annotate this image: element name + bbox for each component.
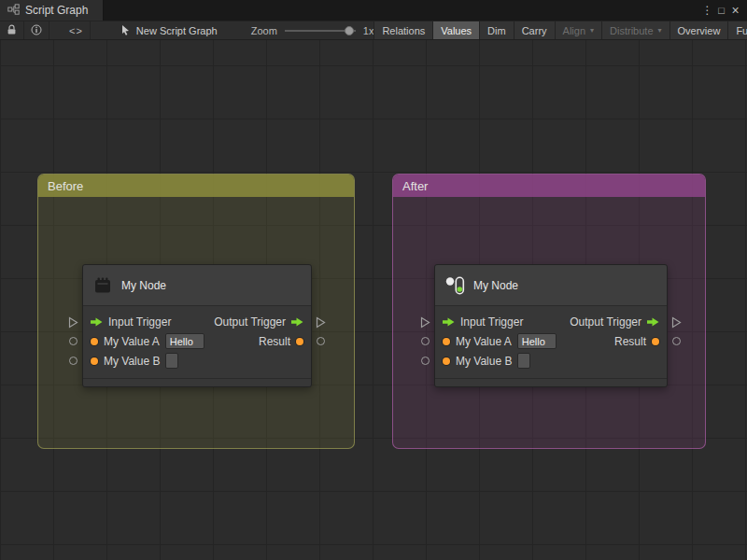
- relations-button[interactable]: Relations: [374, 21, 432, 39]
- value-b-label: My Value B: [104, 355, 160, 368]
- script-graph-icon: [7, 4, 20, 18]
- tab-title: Script Graph: [25, 4, 88, 17]
- value-a-label: My Value A: [456, 335, 512, 348]
- zoom-label: Zoom: [251, 25, 277, 36]
- node-body: Input Trigger Output Trigger My Value A: [83, 306, 311, 378]
- ext-value-b-port[interactable]: [421, 357, 430, 365]
- script-graph-window: Script Graph ⋮ □ ×: [0, 0, 747, 560]
- result-label: Result: [614, 335, 646, 348]
- distribute-button[interactable]: Distribute ▾: [601, 21, 669, 39]
- port-row-value-a: My Value A Result: [435, 331, 667, 351]
- output-trigger-label: Output Trigger: [570, 315, 641, 329]
- node-header[interactable]: My Node: [83, 265, 311, 306]
- node-body: Input Trigger Output Trigger My Value A: [435, 306, 667, 378]
- window-controls: ⋮ □ ×: [700, 0, 747, 21]
- port-row-triggers: Input Trigger Output Trigger: [435, 312, 667, 331]
- ext-input-trigger-port[interactable]: [68, 315, 78, 332]
- output-trigger-label: Output Trigger: [214, 315, 286, 329]
- node-footer: [435, 378, 667, 386]
- value-b-input[interactable]: [517, 353, 530, 369]
- port-row-value-a: My Value A Result: [83, 331, 311, 351]
- output-trigger-port[interactable]: [291, 317, 303, 327]
- value-a-input[interactable]: [517, 333, 557, 349]
- value-a-label: My Value A: [104, 335, 160, 348]
- distribute-label: Distribute: [610, 25, 653, 36]
- ext-output-trigger-port[interactable]: [671, 315, 682, 332]
- zoom-slider[interactable]: [285, 25, 356, 36]
- tab-script-graph[interactable]: Script Graph: [0, 0, 104, 21]
- port-row-value-b: My Value B: [435, 351, 667, 371]
- group-after-header[interactable]: After: [393, 175, 705, 197]
- close-icon[interactable]: ×: [728, 3, 742, 18]
- value-a-port[interactable]: [91, 338, 98, 345]
- result-label: Result: [259, 335, 290, 348]
- code-icon: <>: [69, 25, 83, 36]
- node-title: My Node: [473, 279, 518, 292]
- ext-value-a-port[interactable]: [421, 337, 430, 345]
- zoom-slider-handle[interactable]: [345, 26, 354, 35]
- tab-bar: Script Graph ⋮ □ ×: [0, 0, 747, 21]
- ext-result-port[interactable]: [672, 337, 681, 345]
- machine-node-icon: [92, 275, 113, 296]
- kebab-menu-icon[interactable]: ⋮: [700, 4, 714, 17]
- node-header[interactable]: My Node: [435, 265, 667, 306]
- dim-button[interactable]: Dim: [479, 21, 514, 39]
- result-port[interactable]: [652, 338, 659, 345]
- input-trigger-label: Input Trigger: [460, 315, 523, 329]
- value-b-port[interactable]: [443, 357, 450, 365]
- input-trigger-port[interactable]: [443, 317, 455, 327]
- ext-input-trigger-port[interactable]: [420, 315, 430, 332]
- values-button[interactable]: Values: [432, 21, 479, 39]
- group-after-title: After: [402, 179, 428, 193]
- visual-scripting-node-icon: [444, 275, 465, 296]
- maximize-icon[interactable]: □: [714, 5, 728, 16]
- graph-asset-name: New Script Graph: [136, 25, 218, 36]
- output-trigger-port[interactable]: [647, 317, 659, 327]
- lock-icon: [7, 24, 17, 37]
- carry-button[interactable]: Carry: [514, 21, 555, 39]
- input-trigger-label: Input Trigger: [108, 315, 171, 329]
- zoom-value: 1x: [363, 25, 374, 36]
- ext-output-trigger-port[interactable]: [316, 315, 326, 332]
- node-title: My Node: [121, 279, 166, 292]
- align-button[interactable]: Align ▾: [555, 21, 601, 39]
- toolbar-buttons: Relations Values Dim Carry Align ▾ Distr…: [374, 21, 747, 39]
- port-row-value-b: My Value B: [83, 351, 311, 371]
- node-my-node-before[interactable]: My Node Input Trigger Output Trigger: [82, 264, 312, 387]
- graph-canvas[interactable]: Before After My Node: [0, 40, 747, 560]
- result-port[interactable]: [296, 338, 303, 345]
- overview-button[interactable]: Overview: [669, 21, 728, 39]
- lock-button[interactable]: [0, 21, 24, 39]
- ext-value-b-port[interactable]: [69, 357, 78, 365]
- align-label: Align: [563, 25, 585, 36]
- node-footer: [83, 378, 311, 386]
- group-before-header[interactable]: Before: [38, 175, 354, 197]
- info-button[interactable]: [24, 21, 49, 39]
- node-my-node-after[interactable]: My Node Input Trigger Output Trigger: [434, 264, 668, 387]
- ext-value-a-port[interactable]: [69, 337, 78, 345]
- value-a-port[interactable]: [443, 338, 450, 345]
- zoom-control: Zoom 1x: [251, 21, 374, 39]
- group-before-title: Before: [48, 179, 83, 193]
- value-a-input[interactable]: [165, 333, 204, 349]
- code-view-button[interactable]: <>: [63, 21, 91, 39]
- info-icon: [31, 24, 42, 37]
- pointer-icon: [120, 24, 131, 37]
- graph-asset-selector[interactable]: New Script Graph: [115, 21, 223, 39]
- chevron-down-icon: ▾: [658, 26, 662, 35]
- value-b-port[interactable]: [91, 357, 98, 365]
- ext-result-port[interactable]: [317, 337, 325, 345]
- fullscreen-button[interactable]: Full Screen: [727, 21, 747, 39]
- chevron-down-icon: ▾: [590, 26, 594, 35]
- value-b-input[interactable]: [165, 353, 178, 369]
- value-b-label: My Value B: [456, 355, 512, 368]
- port-row-triggers: Input Trigger Output Trigger: [83, 312, 311, 331]
- graph-toolbar: <> New Script Graph Zoom 1x Relations Va…: [0, 21, 747, 40]
- input-trigger-port[interactable]: [91, 317, 103, 327]
